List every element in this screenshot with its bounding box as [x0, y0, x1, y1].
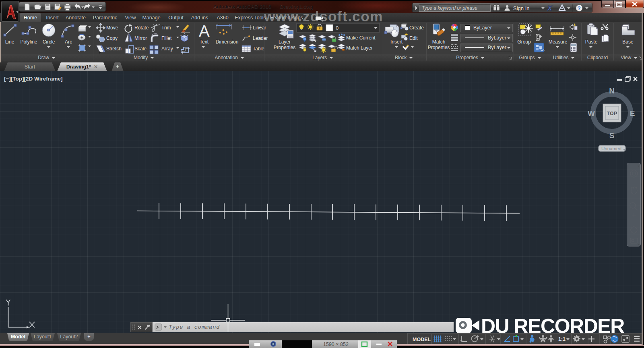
svg-text:?: ?	[578, 5, 581, 11]
svg-text:A: A	[199, 22, 210, 40]
svg-text:MODEL: MODEL	[413, 337, 431, 342]
svg-text:1:1: 1:1	[558, 336, 566, 342]
svg-text:1590 × 852: 1590 × 852	[323, 342, 349, 347]
svg-text:X: X	[547, 4, 553, 12]
svg-text:Sign In: Sign In	[513, 5, 529, 11]
svg-text:0: 0	[336, 25, 339, 31]
